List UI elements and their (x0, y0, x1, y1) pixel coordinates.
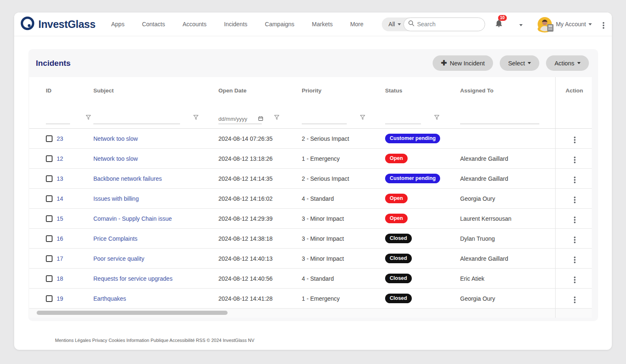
incident-subject-link[interactable]: Requests for service upgrades (93, 275, 173, 282)
incident-id-link[interactable]: 18 (57, 275, 63, 282)
row-menu-button[interactable] (571, 193, 578, 204)
table-row: 16Price Complaints2024-08-12 14:38:183 -… (29, 229, 592, 249)
row-menu-button[interactable] (571, 273, 578, 284)
status-cell: Closed (383, 294, 458, 303)
id-cell: 13 (29, 175, 92, 182)
filter-funnel-icon[interactable] (85, 114, 92, 122)
actions-button[interactable]: Actions (546, 55, 589, 71)
priority: 4 - Standard (300, 195, 383, 202)
status-filter-input[interactable] (385, 116, 421, 122)
subject-filter-input[interactable] (93, 116, 180, 122)
user-avatar[interactable] (538, 17, 552, 31)
scrollbar-track[interactable] (29, 309, 555, 318)
brand-name: InvestGlass (38, 18, 95, 30)
incident-id-link[interactable]: 15 (57, 215, 63, 222)
filter-funnel-icon[interactable] (193, 114, 199, 122)
filter-funnel-icon[interactable] (273, 114, 280, 122)
table-row: 19Earthquakes2024-08-12 14:41:281 - Emer… (29, 289, 592, 309)
row-checkbox[interactable] (46, 235, 53, 242)
nav-item-contacts[interactable]: Contacts (142, 21, 165, 27)
incident-subject-link[interactable]: Issues with billing (93, 195, 139, 202)
row-menu-button[interactable] (571, 293, 578, 304)
row-checkbox[interactable] (46, 155, 53, 162)
priority: 1 - Emergency (300, 155, 383, 162)
incident-subject-link[interactable]: Backbone network failures (93, 175, 162, 182)
actions-label: Actions (554, 60, 574, 67)
open-date: 2024-08-12 14:38:18 (217, 235, 300, 242)
date-filter-input[interactable]: dd/mm/yyyy (218, 114, 262, 124)
priority: 2 - Serious Impact (300, 135, 383, 142)
status-cell: Closed (383, 234, 458, 243)
row-menu-button[interactable] (571, 173, 578, 184)
subject-cell: Network too slow (92, 135, 217, 142)
row-menu-button[interactable] (571, 213, 578, 224)
row-checkbox[interactable] (46, 255, 53, 262)
filter-funnel-icon[interactable] (359, 114, 366, 122)
nav-item-campaigns[interactable]: Campaigns (265, 21, 295, 27)
row-checkbox[interactable] (46, 215, 53, 222)
nav-item-markets[interactable]: Markets (312, 21, 333, 27)
open-date: 2024-08-12 14:14:35 (217, 175, 300, 182)
row-menu-button[interactable] (571, 153, 578, 165)
kebab-icon (574, 159, 576, 161)
status-cell: Closed (383, 274, 458, 283)
search-input[interactable] (417, 21, 476, 27)
navbar-overflow-menu[interactable] (603, 20, 604, 28)
table-row: 14Issues with billing2024-08-12 14:16:02… (29, 189, 592, 209)
row-menu-button[interactable] (571, 233, 578, 244)
row-checkbox[interactable] (46, 295, 53, 302)
incident-id-link[interactable]: 19 (57, 295, 63, 302)
incident-subject-link[interactable]: Network too slow (93, 155, 138, 162)
notifications-bell[interactable]: 10 (494, 19, 503, 30)
row-checkbox[interactable] (46, 195, 53, 202)
kebab-icon (574, 199, 576, 201)
assigned-filter-input[interactable] (460, 116, 539, 122)
incident-subject-link[interactable]: Price Complaints (93, 235, 138, 242)
row-menu-button[interactable] (571, 133, 578, 145)
incident-subject-link[interactable]: Network too slow (93, 135, 138, 142)
incident-id-link[interactable]: 12 (57, 155, 63, 162)
new-incident-button[interactable]: ✚ New Incident (433, 55, 493, 71)
incident-rows: 23Network too slow2024-08-14 07:26:352 -… (29, 129, 592, 309)
incident-id-link[interactable]: 23 (57, 135, 63, 142)
my-account-menu[interactable]: My Account (556, 21, 592, 27)
calendar-icon[interactable] (258, 116, 263, 122)
status-badge: Customer pending (385, 134, 440, 143)
filter-funnel-icon[interactable] (433, 114, 440, 122)
incident-id-link[interactable]: 14 (57, 195, 63, 202)
incident-id-link[interactable]: 16 (57, 235, 63, 242)
row-checkbox[interactable] (46, 175, 53, 182)
notifications-dropdown-caret[interactable] (517, 20, 523, 28)
assigned-to: Georgia Oury (458, 295, 555, 302)
row-menu-button[interactable] (571, 253, 578, 264)
nav-item-accounts[interactable]: Accounts (183, 21, 207, 27)
incidents-table: ID Subject Open Date Priority Status Ass… (29, 77, 592, 318)
filter-row: dd/mm/yyyy (29, 104, 592, 129)
priority-filter-input[interactable] (302, 116, 347, 122)
incident-id-link[interactable]: 13 (57, 175, 63, 182)
nav-item-apps[interactable]: Apps (111, 21, 125, 27)
nav-item-more[interactable]: More (350, 21, 363, 27)
row-checkbox[interactable] (46, 275, 53, 282)
header-open-date: Open Date (217, 87, 300, 94)
kebab-icon (574, 259, 576, 261)
table-row: 13Backbone network failures2024-08-12 14… (29, 169, 592, 189)
row-checkbox[interactable] (46, 135, 53, 142)
header-assigned: Assigned To (458, 87, 555, 94)
brand-logo[interactable]: InvestGlass (20, 16, 95, 32)
open-date: 2024-08-12 14:29:39 (217, 215, 300, 222)
incidents-panel: Incidents ✚ New Incident Select Actions (28, 49, 598, 321)
nav-item-incidents[interactable]: Incidents (224, 21, 247, 27)
priority: 1 - Emergency (300, 295, 383, 302)
id-filter-input[interactable] (46, 116, 70, 122)
scrollbar-thumb[interactable] (37, 311, 228, 315)
assigned-to: Alexandre Gaillard (458, 255, 555, 262)
status-cell: Open (383, 154, 458, 163)
footer-links[interactable]: Mentions Légales Privacy Cookies Informa… (55, 338, 612, 343)
incident-subject-link[interactable]: Cornavin - Supply Chain issue (93, 215, 172, 222)
incident-subject-link[interactable]: Earthquakes (93, 295, 126, 302)
status-badge: Closed (385, 274, 412, 283)
incident-subject-link[interactable]: Poor service quality (93, 255, 144, 262)
incident-id-link[interactable]: 17 (57, 255, 63, 262)
select-button[interactable]: Select (500, 55, 539, 71)
